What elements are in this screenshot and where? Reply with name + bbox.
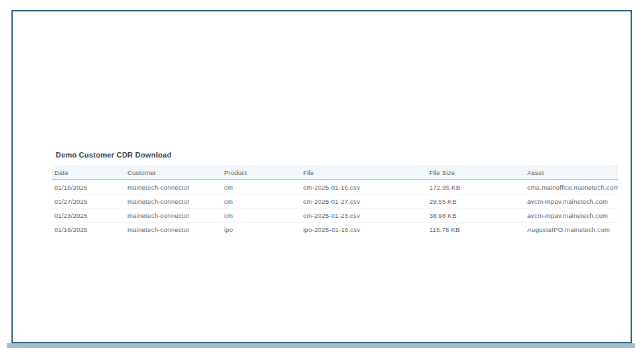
table-cell-file: cm-2025-01-23.csv <box>301 212 427 219</box>
table-cell-file_size: 172.95 KB <box>427 184 525 191</box>
table-cell-customer: mainetech-connector <box>125 226 221 233</box>
table-cell-date: 01/23/2025 <box>52 212 125 219</box>
table-cell-asset: avcm-mpav.mainetech.com <box>525 212 618 219</box>
table-cell-file_size: 115.78 KB <box>427 226 525 233</box>
table-row[interactable]: 01/27/2025mainetech-connectorcmcm-2025-0… <box>52 194 618 208</box>
table-body: 01/16/2025mainetech-connectorcmcm-2025-0… <box>52 180 618 236</box>
table-cell-asset: avcm-mpav.mainetech.com <box>525 198 618 205</box>
table-cell-product: cm <box>221 212 301 219</box>
table-row[interactable]: 01/16/2025mainetech-connectorcmcm-2025-0… <box>52 180 618 194</box>
table-cell-customer: mainetech-connector <box>125 184 221 191</box>
table-row[interactable]: 01/16/2025mainetech-connectoripoipo-2025… <box>52 223 618 236</box>
column-header-date: Date <box>52 169 125 176</box>
column-header-customer: Customer <box>125 169 221 176</box>
horizontal-scrollbar[interactable] <box>7 343 635 348</box>
table-cell-product: ipo <box>221 226 301 233</box>
table-cell-date: 01/16/2025 <box>52 184 125 191</box>
column-header-product: Product <box>221 169 301 176</box>
page-frame: Demo Customer CDR Download DateCustomerP… <box>11 10 632 343</box>
table-cell-file: cm-2025-01-27.csv <box>301 198 427 205</box>
page-title: Demo Customer CDR Download <box>56 151 172 159</box>
browser-viewport: Demo Customer CDR Download DateCustomerP… <box>0 0 644 360</box>
table-header-row: DateCustomerProductFileFile SizeAsset <box>52 166 618 180</box>
table-cell-product: cm <box>221 198 301 205</box>
table-cell-file: cm-2025-01-16.csv <box>301 184 427 191</box>
table-cell-date: 01/16/2025 <box>52 226 125 233</box>
column-header-file: File <box>301 169 427 176</box>
table-cell-asset: cma.mainoffice.mainetech.com <box>525 184 618 191</box>
table-cell-date: 01/27/2025 <box>52 198 125 205</box>
column-header-asset: Asset <box>525 169 618 176</box>
table-cell-customer: mainetech-connector <box>125 212 221 219</box>
table-cell-customer: mainetech-connector <box>125 198 221 205</box>
table-cell-asset: AugustaIPO.mainetech.com <box>525 226 618 233</box>
table-cell-file: ipo-2025-01-16.csv <box>301 226 427 233</box>
table-cell-file_size: 29.55 KB <box>427 198 525 205</box>
table-cell-product: cm <box>221 184 301 191</box>
table-row[interactable]: 01/23/2025mainetech-connectorcmcm-2025-0… <box>52 208 618 223</box>
cdr-download-table: DateCustomerProductFileFile SizeAsset 01… <box>52 166 618 236</box>
column-header-file_size: File Size <box>427 169 525 176</box>
table-cell-file_size: 38.98 KB <box>427 212 525 219</box>
